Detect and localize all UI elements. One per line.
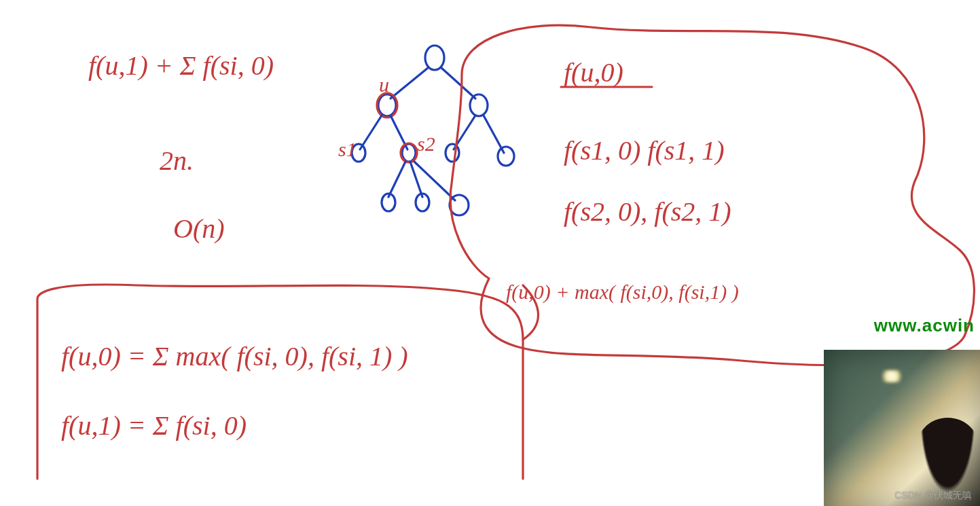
site-watermark: www.acwin (874, 315, 975, 336)
right-row-2: f(s2, 0), f(s2, 1) (564, 196, 731, 227)
boxed-formulas: f(u,0) = Σ max( f(si, 0), f(si, 1) ) f(u… (37, 285, 523, 479)
svg-text:s2: s2 (417, 132, 435, 155)
svg-point-15 (450, 195, 469, 215)
svg-point-7 (402, 144, 416, 162)
right-title: f(u,0) (564, 57, 623, 88)
svg-text:s1: s1 (338, 138, 357, 160)
csdn-watermark: CSDN @伏城无嗔 (894, 490, 972, 502)
webcam-overlay (824, 350, 980, 506)
svg-point-12 (498, 147, 514, 166)
svg-text:f(u,1)  + Σ f(si, 0): f(u,1) + Σ f(si, 0) (88, 50, 274, 81)
big-o: O(n) (173, 213, 225, 244)
svg-text:u: u (379, 73, 389, 96)
boxed-formula-2: f(u,1) = Σ f(si, 0) (61, 410, 247, 441)
boxed-formula-1: f(u,0) = Σ max( f(si, 0), f(si, 1) ) (61, 341, 408, 372)
right-row-1: f(s1, 0) f(s1, 1) (564, 135, 725, 166)
two-n: 2n. (160, 145, 194, 176)
tree-diagram: u s1 s2 (338, 46, 514, 215)
svg-point-2 (378, 94, 396, 116)
svg-point-3 (470, 94, 488, 116)
formula-top-left: f(u,1) + Σ f(si, 0) (88, 50, 274, 81)
right-sum: f(u,0) + max( f(si,0), f(si,1) ) (506, 281, 739, 304)
svg-point-1 (425, 46, 444, 70)
svg-point-4 (377, 93, 397, 118)
right-enclosure: f(u,0) f(s1, 0) f(s1, 1) f(s2, 0), f(s2,… (450, 25, 974, 365)
